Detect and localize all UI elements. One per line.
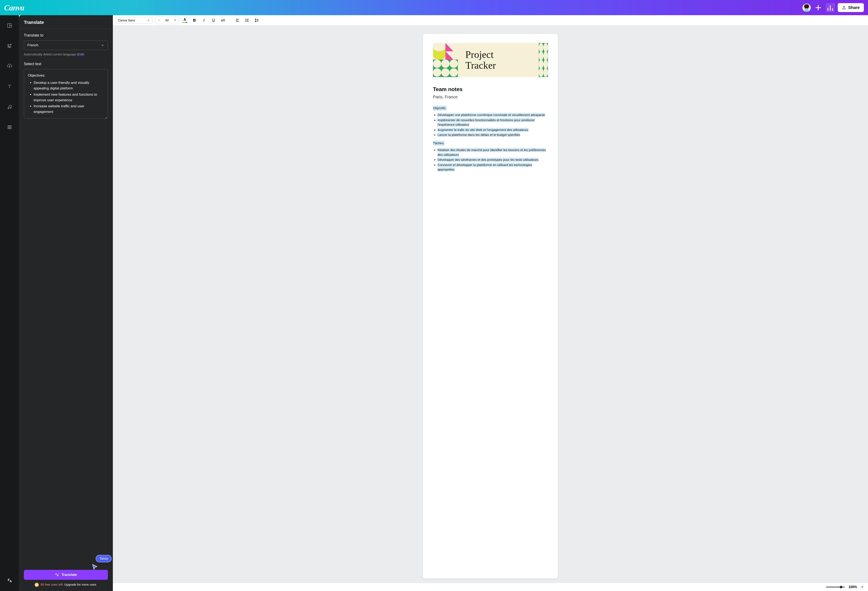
svg-rect-26 <box>9 128 10 129</box>
banner-art-left <box>433 43 458 77</box>
share-button[interactable]: Share <box>838 3 864 12</box>
objectives-heading: Objectifs: <box>433 106 446 111</box>
rail-templates[interactable] <box>5 21 14 30</box>
doc-body[interactable]: Objectifs: Développer une plateforme num… <box>433 106 548 172</box>
top-bar: Canva Share <box>0 0 868 15</box>
doc-heading[interactable]: Team notes <box>433 86 548 93</box>
add-button[interactable] <box>813 3 823 12</box>
doc-subheading[interactable]: Paris, France <box>433 95 548 99</box>
font-select[interactable]: Canva Sans <box>115 17 153 24</box>
analytics-button[interactable] <box>826 3 835 12</box>
align-left-icon <box>235 18 240 23</box>
canvas-area: Canva Sans − + A B I U aA <box>113 15 868 591</box>
svg-point-32 <box>246 20 246 21</box>
resize-handle-icon[interactable] <box>104 115 107 117</box>
avatar[interactable] <box>802 3 811 12</box>
svg-rect-20 <box>9 126 10 126</box>
translate-to-label: Translate to <box>24 33 108 38</box>
text-color-icon: A <box>184 18 186 22</box>
crown-icon <box>35 583 39 587</box>
panel-title: Translate <box>19 15 113 29</box>
left-rail <box>0 15 19 591</box>
list-item: Concevoir et développer la plateforme en… <box>437 163 532 171</box>
bold-button[interactable]: B <box>191 17 198 24</box>
edit-language-link[interactable]: (Edit) <box>77 53 84 56</box>
svg-rect-25 <box>8 128 9 129</box>
svg-point-9 <box>8 44 9 46</box>
font-name: Canva Sans <box>118 18 135 22</box>
uses-left-text: 50 free uses left. <box>40 583 63 586</box>
list-icon <box>245 18 249 23</box>
tasks-heading: Tâches: <box>433 141 444 146</box>
tasks-list: Réaliser des études de marché pour ident… <box>433 148 548 172</box>
decrease-size-button[interactable]: − <box>155 17 162 24</box>
font-size-input[interactable] <box>162 18 171 22</box>
language-select[interactable]: French <box>24 40 108 50</box>
rail-translate[interactable] <box>5 576 14 585</box>
source-list: Develop a user-friendly and visually app… <box>28 80 104 115</box>
select-text-label: Select text <box>24 62 108 66</box>
chevron-down-icon <box>101 44 104 47</box>
source-item: Implement new features and functions to … <box>34 92 104 103</box>
alignment-button[interactable] <box>234 17 241 24</box>
rail-uploads[interactable] <box>5 62 14 70</box>
translate-icon <box>55 573 59 577</box>
chevron-down-icon <box>147 19 150 22</box>
zoom-slider[interactable] <box>826 587 845 588</box>
italic-button[interactable]: I <box>201 17 207 24</box>
spacing-button[interactable] <box>253 17 260 24</box>
language-value: French <box>27 43 38 47</box>
banner-art-right <box>539 43 548 77</box>
status-bar: 100% ✦ <box>113 583 868 591</box>
objectives-list: Développer une plateforme numérique conv… <box>433 113 548 137</box>
rail-apps[interactable] <box>5 123 14 131</box>
underline-button[interactable]: U <box>210 17 217 24</box>
svg-point-33 <box>246 21 246 22</box>
list-item: Lancer la plateforme dans les délais et … <box>437 133 520 137</box>
canva-logo[interactable]: Canva <box>4 3 24 12</box>
banner-title[interactable]: Project Tracker <box>465 49 496 71</box>
translate-button[interactable]: Translate <box>24 570 108 580</box>
panel-footer: Translate 50 free uses left. Upgrade for… <box>19 570 113 591</box>
source-item: Develop a user-friendly and visually app… <box>34 80 104 91</box>
cursor-icon <box>92 564 98 570</box>
top-bar-right: Share <box>802 3 864 12</box>
list-item: Développer des wireframes et des prototy… <box>437 158 539 162</box>
banner-title-line2: Tracker <box>465 60 496 71</box>
svg-rect-19 <box>8 126 9 126</box>
list-item: Développer une plateforme numérique conv… <box>437 113 545 117</box>
rail-elements[interactable] <box>5 42 14 50</box>
upgrade-link[interactable]: Upgrade for more uses <box>64 583 96 586</box>
list-item: Réaliser des études de marché pour ident… <box>437 148 546 157</box>
detect-text-label: Automatically detect current language <box>24 53 77 56</box>
svg-point-31 <box>246 19 246 19</box>
svg-line-18 <box>9 105 11 105</box>
font-size-control: − + <box>155 16 179 24</box>
svg-rect-21 <box>10 126 11 126</box>
list-button[interactable] <box>244 17 251 24</box>
translate-panel: Translate Translate to French Automatica… <box>19 15 113 591</box>
banner: Project Tracker <box>433 43 548 77</box>
increase-size-button[interactable]: + <box>171 17 179 24</box>
list-item: Augmenter le trafic du site Web et l'eng… <box>437 128 528 132</box>
canvas-scroll[interactable]: Project Tracker Team notes Paris, France… <box>113 25 868 583</box>
svg-rect-27 <box>10 128 11 129</box>
svg-rect-10 <box>8 46 9 48</box>
upgrade-row: 50 free uses left. Upgrade for more uses… <box>24 583 108 587</box>
text-toolbar: Canva Sans − + A B I U aA <box>113 15 868 25</box>
svg-rect-24 <box>10 127 11 128</box>
magic-icon[interactable]: ✦ <box>861 585 864 590</box>
rail-audio[interactable] <box>5 103 14 111</box>
document-page[interactable]: Project Tracker Team notes Paris, France… <box>423 34 558 579</box>
source-item: Increase website traffic and user engage… <box>34 103 104 115</box>
svg-rect-23 <box>9 127 10 128</box>
rail-text[interactable] <box>5 83 14 91</box>
zoom-label[interactable]: 100% <box>849 585 857 589</box>
source-text-area[interactable]: Objectives: Develop a user-friendly and … <box>24 69 108 118</box>
text-color-button[interactable]: A <box>181 17 188 24</box>
share-label: Share <box>848 5 860 10</box>
svg-rect-22 <box>8 127 9 128</box>
text-case-button[interactable]: aA <box>220 17 227 24</box>
spacing-icon <box>254 18 259 23</box>
upload-icon <box>842 6 846 10</box>
